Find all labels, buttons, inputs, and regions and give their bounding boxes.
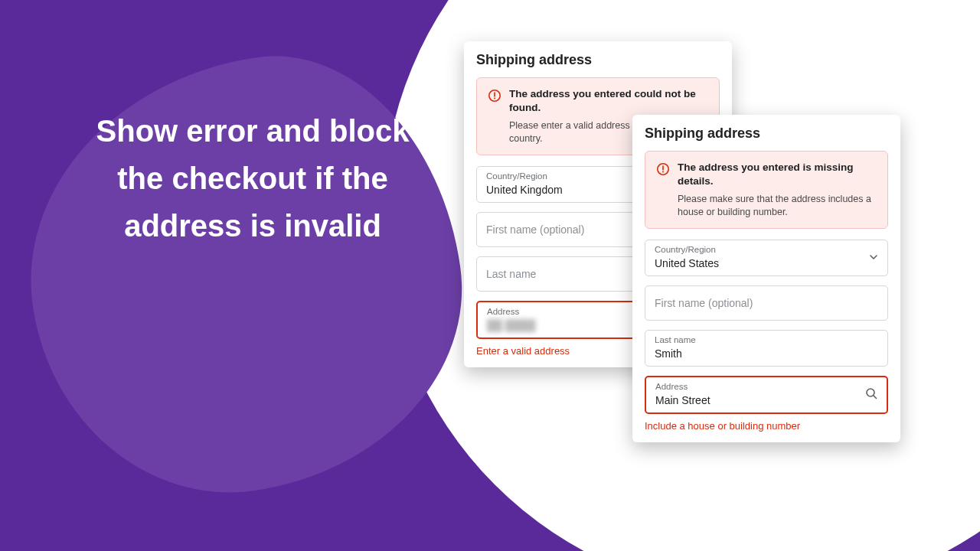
alert-description: Please make sure that the address includ…: [678, 193, 877, 219]
first-name-placeholder: First name (optional): [655, 292, 878, 314]
svg-line-7: [874, 396, 877, 399]
search-icon[interactable]: [865, 387, 877, 403]
chevron-down-icon: [869, 252, 878, 264]
last-name-label: Last name: [655, 335, 878, 346]
address-error-message: Include a house or building number: [645, 420, 888, 432]
country-select[interactable]: Country/Region United States: [645, 240, 888, 276]
address-label: Address: [655, 382, 877, 393]
svg-point-2: [494, 98, 495, 99]
error-banner: The address you entered is missing detai…: [645, 151, 888, 229]
headline-text: Show error and block the checkout if the…: [84, 107, 421, 249]
country-value: United States: [655, 257, 878, 269]
alert-icon: [488, 89, 501, 106]
svg-point-5: [662, 171, 664, 173]
country-label: Country/Region: [655, 245, 878, 256]
card-title: Shipping address: [476, 52, 720, 68]
alert-title: The address you entered is missing detai…: [678, 161, 877, 188]
last-name-input[interactable]: Last name Smith: [645, 330, 888, 367]
alert-icon: [656, 162, 670, 179]
address-input[interactable]: Address Main Street: [645, 376, 888, 414]
last-name-value: Smith: [655, 347, 878, 360]
address-value: Main Street: [655, 394, 877, 406]
promo-stage: Show error and block the checkout if the…: [0, 0, 980, 551]
card-title: Shipping address: [645, 126, 888, 142]
shipping-card-missing-details: Shipping address The address you entered…: [632, 115, 900, 442]
alert-title: The address you entered could not be fou…: [509, 87, 708, 115]
first-name-input[interactable]: First name (optional): [645, 285, 888, 321]
